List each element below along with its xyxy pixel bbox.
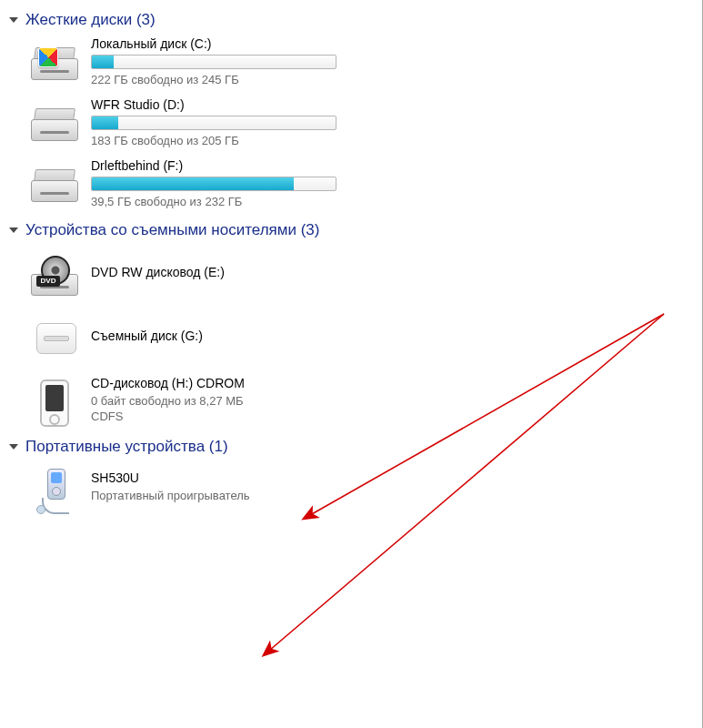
drive-label: WFR Studio (D:) bbox=[91, 97, 342, 112]
removable-disk-icon bbox=[22, 316, 87, 359]
section-header-portable[interactable]: Портативные устройства (1) bbox=[5, 432, 702, 460]
drive-c-icon bbox=[22, 36, 87, 80]
capacity-fill bbox=[92, 116, 118, 129]
capacity-text: 0 байт свободно из 8,27 МБ bbox=[91, 394, 342, 410]
section-title: Жесткие диски (3) bbox=[25, 11, 156, 29]
section-header-hard-drives[interactable]: Жесткие диски (3) bbox=[5, 5, 702, 33]
drive-label: Локальный диск (C:) bbox=[91, 36, 342, 51]
drive-g-removable[interactable]: Съемный диск (G:) bbox=[5, 312, 702, 372]
drive-label: DVD RW дисковод (E:) bbox=[91, 265, 342, 279]
collapse-arrow-icon bbox=[9, 444, 18, 450]
collapse-arrow-icon bbox=[9, 17, 18, 23]
drive-f[interactable]: Drleftbehind (F:) 39,5 ГБ свободно из 23… bbox=[5, 155, 702, 216]
device-label: SH530U bbox=[91, 470, 342, 485]
drive-e-dvd[interactable]: DVD DVD RW дисковод (E:) bbox=[5, 243, 702, 312]
capacity-bar bbox=[91, 116, 336, 130]
capacity-text: 39,5 ГБ свободно из 232 ГБ bbox=[91, 195, 342, 210]
dvd-drive-icon: DVD bbox=[22, 252, 87, 296]
capacity-bar bbox=[91, 177, 336, 191]
dvd-badge: DVD bbox=[36, 276, 60, 287]
capacity-fill bbox=[92, 56, 114, 68]
capacity-text: 183 ГБ свободно из 205 ГБ bbox=[91, 134, 342, 149]
device-desc: Портативный проигрыватель bbox=[91, 489, 342, 504]
drive-h-cdrom[interactable]: CD-дисковод (H:) CDROM 0 байт свободно и… bbox=[5, 372, 702, 432]
capacity-bar bbox=[91, 55, 336, 69]
capacity-text: 222 ГБ свободно из 245 ГБ bbox=[91, 73, 342, 88]
section-title: Устройства со съемными носителями (3) bbox=[25, 221, 319, 239]
drive-f-icon bbox=[22, 158, 87, 202]
collapse-arrow-icon bbox=[9, 228, 18, 233]
capacity-fill bbox=[92, 177, 294, 190]
section-header-removable[interactable]: Устройства со съемными носителями (3) bbox=[5, 216, 702, 243]
portable-sh530u[interactable]: SH530U Портативный проигрыватель bbox=[5, 460, 702, 521]
drive-label: Съемный диск (G:) bbox=[91, 329, 342, 343]
drive-d[interactable]: WFR Studio (D:) 183 ГБ свободно из 205 Г… bbox=[5, 94, 702, 155]
drive-d-icon bbox=[22, 97, 87, 141]
portable-player-icon bbox=[22, 463, 87, 516]
drive-label: Drleftbehind (F:) bbox=[91, 158, 342, 173]
section-title: Портативные устройства (1) bbox=[25, 438, 228, 456]
explorer-drive-list: Жесткие диски (3) Локальный диск (C:) 22… bbox=[0, 0, 702, 521]
drive-label: CD-дисковод (H:) CDROM bbox=[91, 376, 342, 390]
drive-c[interactable]: Локальный диск (C:) 222 ГБ свободно из 2… bbox=[5, 33, 702, 94]
filesystem-text: CDFS bbox=[91, 410, 342, 425]
media-player-icon bbox=[22, 376, 87, 427]
